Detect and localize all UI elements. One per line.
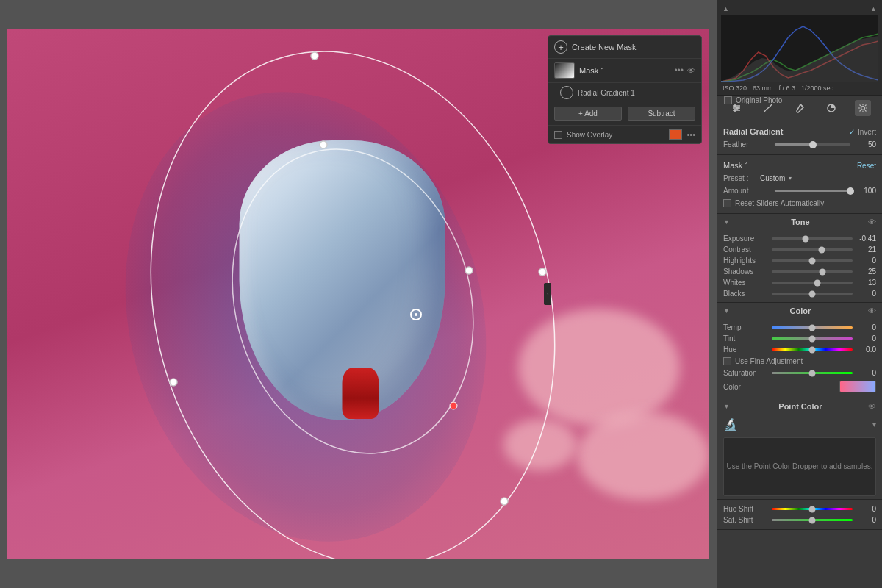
hue-row: Hue 0.0 xyxy=(723,344,876,355)
mask1-row[interactable]: Mask 1 ••• 👁 xyxy=(548,59,701,83)
whites-track[interactable] xyxy=(772,282,853,284)
contrast-track[interactable] xyxy=(772,248,853,251)
feather-slider-fill xyxy=(775,143,813,146)
preset-dropdown-arrow[interactable]: ▾ xyxy=(789,175,792,182)
point-color-header[interactable]: ▼ Point Color 👁 xyxy=(717,398,882,415)
point-color-text: Use the Point Color Dropper to add sampl… xyxy=(727,462,873,472)
hue-track[interactable] xyxy=(772,348,853,351)
tint-thumb[interactable] xyxy=(809,335,816,342)
blacks-row: Blacks 0 xyxy=(723,288,876,299)
point-color-section: ▼ Point Color 👁 🔬 ▾ Use the Point Color … xyxy=(717,398,882,500)
contrast-row: Contrast 21 xyxy=(723,244,876,255)
color-header[interactable]: ▼ Color 👁 xyxy=(717,303,882,319)
create-mask-plus-button[interactable]: + xyxy=(554,40,567,54)
highlights-thumb[interactable] xyxy=(809,257,816,264)
hue-value: 0.0 xyxy=(856,345,876,354)
add-button[interactable]: + Add xyxy=(554,107,622,121)
hue-thumb[interactable] xyxy=(809,346,816,353)
color-swatch-row: Color xyxy=(723,379,876,395)
blacks-track[interactable] xyxy=(772,293,853,295)
sat-shift-thumb[interactable] xyxy=(809,517,816,523)
original-photo-label: Original Photo xyxy=(736,96,782,104)
color-swatch[interactable] xyxy=(839,381,876,392)
contrast-value: 21 xyxy=(856,245,876,254)
exposure-track[interactable] xyxy=(772,237,853,240)
mask-panel-header: + Create New Mask xyxy=(548,36,701,59)
hue-shift-row: Hue Shift 0 xyxy=(723,503,876,514)
histogram-canvas xyxy=(721,15,878,82)
radial-gradient-header: Radial Gradient ✓ Invert xyxy=(723,125,876,138)
tone-header[interactable]: ▼ Tone 👁 xyxy=(717,214,882,230)
expand-panel-arrow[interactable]: › xyxy=(544,283,551,305)
histogram-section: ▲ ▲ ISO 320 63 mm f / 6.3 1/2000 sec Ori… xyxy=(717,0,882,96)
amount-label: Amount xyxy=(723,187,771,195)
invert-row: ✓ Invert xyxy=(849,128,876,136)
mask1-name-row: Mask 1 Reset xyxy=(723,159,876,172)
point-color-eye[interactable]: 👁 xyxy=(868,402,876,411)
tint-row: Tint 0 xyxy=(723,333,876,344)
feather-label: Feather xyxy=(723,140,771,148)
reset-link[interactable]: Reset xyxy=(857,162,876,170)
shutter-value: 1/2000 sec xyxy=(801,85,833,92)
histogram-expand-icon[interactable]: ▲ xyxy=(870,5,877,12)
reset-sliders-row: Reset Sliders Automatically xyxy=(723,197,876,209)
overlay-color-swatch[interactable] xyxy=(669,129,682,140)
saturation-thumb[interactable] xyxy=(809,370,816,376)
fine-adj-row: Use Fine Adjustment xyxy=(723,355,876,368)
color-section: ▼ Color 👁 Temp 0 Tint 0 xyxy=(717,303,882,398)
saturation-track[interactable] xyxy=(772,372,853,374)
temp-value: 0 xyxy=(856,323,876,331)
dropper-icon[interactable]: 🔬 xyxy=(723,417,738,431)
create-mask-label: Create New Mask xyxy=(572,43,636,51)
exposure-thumb[interactable] xyxy=(803,235,809,242)
sat-shift-track[interactable] xyxy=(772,519,853,521)
tone-eye-icon[interactable]: 👁 xyxy=(868,218,876,226)
color-eye-icon[interactable]: 👁 xyxy=(868,306,876,315)
feather-slider-track[interactable] xyxy=(775,143,850,146)
color-title: Color xyxy=(790,306,811,315)
photo-canvas: + Create New Mask Mask 1 ••• 👁 Radial Gr… xyxy=(7,29,709,559)
original-photo-checkbox[interactable] xyxy=(724,96,732,104)
radial-item-row[interactable]: Radial Gradient 1 xyxy=(548,83,701,102)
temp-track[interactable] xyxy=(772,326,853,329)
preset-label: Preset : xyxy=(723,174,756,182)
highlights-track[interactable] xyxy=(772,259,853,262)
svg-point-20 xyxy=(861,107,865,110)
radial-gradient-title: Radial Gradient xyxy=(723,127,783,136)
overlay-more-icon[interactable]: ••• xyxy=(686,130,695,139)
tint-track[interactable] xyxy=(772,337,853,340)
whites-value: 13 xyxy=(856,279,876,287)
blacks-value: 0 xyxy=(856,290,876,298)
exposure-label: Exposure xyxy=(723,234,769,243)
amount-slider-thumb[interactable] xyxy=(847,187,854,195)
feather-slider-thumb[interactable] xyxy=(809,141,817,148)
amount-value: 100 xyxy=(854,187,876,195)
shadows-value: 25 xyxy=(856,268,876,276)
tint-label: Tint xyxy=(723,334,769,343)
right-panel-scroll[interactable]: Radial Gradient ✓ Invert Feather 50 Mask… xyxy=(717,96,882,588)
sat-shift-row: Sat. Shift 0 xyxy=(723,514,876,526)
reset-sliders-label: Reset Sliders Automatically xyxy=(735,199,824,207)
iso-value: ISO 320 xyxy=(723,85,747,92)
whites-thumb[interactable] xyxy=(814,279,820,286)
reset-sliders-checkbox[interactable] xyxy=(723,199,731,207)
dropper-expand-icon[interactable]: ▾ xyxy=(872,420,876,429)
fine-adj-checkbox[interactable] xyxy=(723,357,731,365)
saturation-value: 0 xyxy=(856,369,876,377)
mask1-eye-icon[interactable]: 👁 xyxy=(687,66,695,75)
cloud-2 xyxy=(577,412,709,500)
hue-shift-thumb[interactable] xyxy=(809,506,816,512)
show-overlay-checkbox[interactable] xyxy=(554,131,562,139)
shadows-track[interactable] xyxy=(772,270,853,273)
amount-slider-track[interactable] xyxy=(775,190,850,192)
shadows-thumb[interactable] xyxy=(820,268,826,275)
subtract-button[interactable]: Subtract xyxy=(628,107,695,121)
exif-info: ISO 320 63 mm f / 6.3 1/2000 sec xyxy=(721,82,878,95)
color-content: Temp 0 Tint 0 Hue xyxy=(717,319,882,398)
temp-thumb[interactable] xyxy=(809,324,816,331)
blacks-thumb[interactable] xyxy=(809,290,816,297)
hue-shift-track[interactable] xyxy=(772,508,853,510)
contrast-thumb[interactable] xyxy=(819,246,825,253)
point-color-arrow: ▼ xyxy=(723,403,730,410)
mask1-more-icon[interactable]: ••• xyxy=(674,65,684,76)
